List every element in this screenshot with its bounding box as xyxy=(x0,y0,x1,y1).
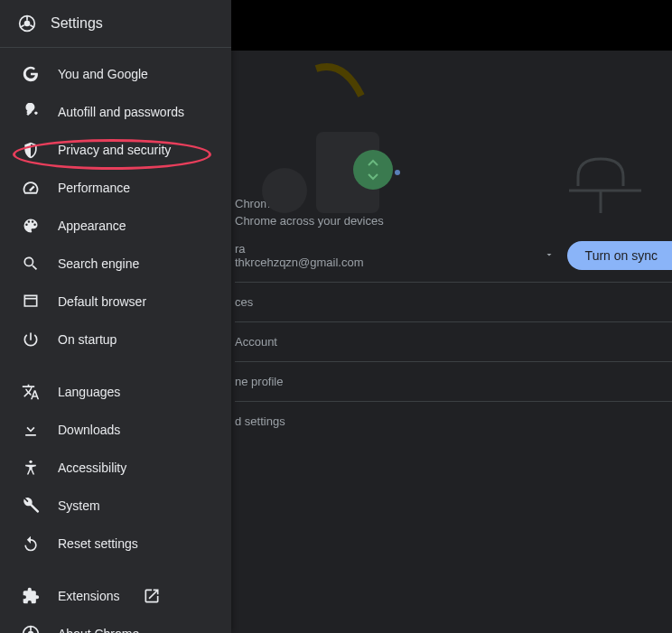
svg-rect-1 xyxy=(262,168,307,213)
sidebar-item-downloads[interactable]: Downloads xyxy=(0,411,231,449)
sidebar-item-label: Privacy and security xyxy=(58,143,171,157)
settings-sidebar: Settings You and GoogleAutofill and pass… xyxy=(0,0,231,633)
sidebar-item-you-and-google[interactable]: You and Google xyxy=(0,55,231,93)
account-email: thkrcehzqzn@gmail.com xyxy=(235,256,364,269)
settings-row[interactable]: d settings xyxy=(235,402,672,441)
sidebar-item-languages[interactable]: Languages xyxy=(0,373,231,411)
sidebar-item-label: Extensions xyxy=(58,589,119,603)
sidebar-item-appearance[interactable]: Appearance xyxy=(0,207,231,245)
speedometer-icon xyxy=(22,179,40,197)
hero-line-2: Chrome across your devices xyxy=(235,212,672,229)
settings-row[interactable]: ces xyxy=(235,283,672,322)
shield-icon xyxy=(22,141,40,159)
sidebar-item-label: About Chrome xyxy=(58,627,139,633)
sidebar-item-label: Autofill and passwords xyxy=(58,105,184,119)
download-icon xyxy=(22,421,40,439)
turn-on-sync-button[interactable]: Turn on sync xyxy=(567,241,672,270)
browser-icon xyxy=(22,293,40,311)
wrench-icon xyxy=(22,497,40,515)
sidebar-item-search-engine[interactable]: Search engine xyxy=(0,245,231,283)
sidebar-item-autofill[interactable]: Autofill and passwords xyxy=(0,93,231,131)
sidebar-item-about[interactable]: About Chrome xyxy=(0,615,231,633)
chrome-logo-icon xyxy=(22,625,40,633)
sidebar-item-label: Downloads xyxy=(58,423,120,437)
settings-row[interactable]: ne profile xyxy=(235,362,672,402)
palette-icon xyxy=(22,217,40,235)
chevron-down-icon[interactable] xyxy=(544,249,555,263)
power-icon xyxy=(22,330,40,349)
sidebar-item-label: Reset settings xyxy=(58,536,138,551)
sidebar-title: Settings xyxy=(51,15,103,32)
sidebar-item-label: On startup xyxy=(58,332,117,347)
sidebar-item-label: Default browser xyxy=(58,294,146,309)
sidebar-item-on-startup[interactable]: On startup xyxy=(0,321,231,358)
extension-icon xyxy=(22,587,40,605)
svg-point-2 xyxy=(353,150,393,190)
svg-point-3 xyxy=(395,170,400,175)
sidebar-item-label: Search engine xyxy=(58,256,139,271)
search-icon xyxy=(22,255,40,273)
sidebar-item-default-browser[interactable]: Default browser xyxy=(0,283,231,321)
sidebar-header: Settings xyxy=(0,0,231,48)
reset-icon xyxy=(22,535,40,553)
sidebar-item-label: Appearance xyxy=(58,219,126,233)
sidebar-item-extensions[interactable]: Extensions xyxy=(0,577,231,615)
sidebar-item-label: Accessibility xyxy=(58,461,126,475)
sidebar-item-privacy[interactable]: Privacy and security xyxy=(0,131,231,169)
sidebar-item-label: Performance xyxy=(58,181,130,195)
sidebar-item-performance[interactable]: Performance xyxy=(0,169,231,207)
chrome-logo-icon xyxy=(18,14,36,33)
svg-point-8 xyxy=(29,461,32,463)
sidebar-item-reset[interactable]: Reset settings xyxy=(0,525,231,563)
sidebar-item-accessibility[interactable]: Accessibility xyxy=(0,449,231,487)
key-icon xyxy=(22,103,40,121)
google-g-icon xyxy=(22,65,40,83)
sidebar-item-label: You and Google xyxy=(58,67,148,81)
open-in-new-icon xyxy=(143,587,161,605)
translate-icon xyxy=(22,383,40,401)
accessibility-icon xyxy=(22,459,40,477)
sidebar-item-label: System xyxy=(58,498,100,513)
settings-row[interactable]: Account xyxy=(235,322,672,362)
sidebar-item-system[interactable]: System xyxy=(0,487,231,525)
svg-point-7 xyxy=(24,21,31,27)
sidebar-item-label: Languages xyxy=(58,385,120,399)
account-row[interactable]: ra thkrcehzqzn@gmail.com Turn on sync xyxy=(235,229,672,283)
account-name: ra xyxy=(235,242,364,256)
